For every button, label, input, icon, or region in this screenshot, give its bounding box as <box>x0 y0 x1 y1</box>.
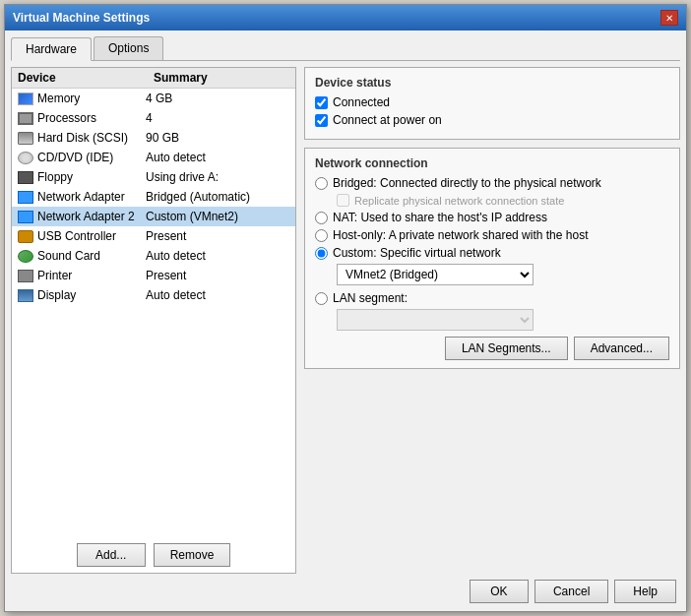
device-name: Memory <box>18 92 146 105</box>
title-bar: Virtual Machine Settings ✕ <box>5 5 686 31</box>
radio-nat-label: NAT: Used to share the host's IP address <box>333 211 547 224</box>
connected-label: Connected <box>333 95 390 109</box>
device-row[interactable]: USB Controller Present <box>12 226 295 246</box>
device-name-label: Printer <box>37 269 72 282</box>
device-summary: Using drive A: <box>146 170 289 184</box>
replicate-label: Replicate physical network connection st… <box>354 195 564 207</box>
device-name: Display <box>18 288 146 302</box>
device-name: CD/DVD (IDE) <box>18 151 146 164</box>
device-name: USB Controller <box>18 229 146 243</box>
radio-nat: NAT: Used to share the host's IP address <box>315 211 669 224</box>
device-row[interactable]: Memory 4 GB <box>12 89 295 108</box>
device-summary: Auto detect <box>146 249 289 263</box>
device-row[interactable]: CD/DVD (IDE) Auto detect <box>12 148 295 167</box>
device-summary: Bridged (Automatic) <box>146 190 289 204</box>
connected-checkbox[interactable] <box>315 96 328 109</box>
radio-nat-input[interactable] <box>315 212 328 224</box>
device-row[interactable]: Printer Present <box>12 266 295 285</box>
device-summary: Present <box>146 269 289 282</box>
processor-icon <box>18 112 33 125</box>
device-row[interactable]: Hard Disk (SCSI) 90 GB <box>12 128 295 148</box>
device-summary: 4 GB <box>146 92 289 105</box>
tab-hardware[interactable]: Hardware <box>11 37 92 61</box>
replicate-checkbox[interactable] <box>337 194 349 207</box>
device-row[interactable]: Display Auto detect <box>12 285 295 305</box>
device-summary: Auto detect <box>146 151 289 164</box>
device-row[interactable]: Processors 4 <box>12 108 295 128</box>
replicate-option: Replicate physical network connection st… <box>337 194 669 207</box>
radio-custom-label: Custom: Specific virtual network <box>333 246 501 260</box>
memory-icon <box>18 92 33 105</box>
device-summary: 4 <box>146 111 289 125</box>
device-row[interactable]: Sound Card Auto detect <box>12 246 295 266</box>
add-button[interactable]: Add... <box>77 543 146 567</box>
device-name-label: Processors <box>37 111 96 125</box>
network-connection-section: Network connection Bridged: Connected di… <box>304 148 680 369</box>
radio-custom-input[interactable] <box>315 247 328 260</box>
device-name: Network Adapter <box>18 190 146 204</box>
network-icon <box>18 191 33 204</box>
device-list-panel: Device Summary Memory 4 GB Processors 4 … <box>11 67 296 574</box>
disk-icon <box>18 132 33 145</box>
right-panel: Device status Connected Connect at power… <box>304 67 680 574</box>
device-bottom-buttons: Add... Remove <box>12 543 295 567</box>
display-icon <box>18 289 33 302</box>
device-name-label: Floppy <box>37 170 73 184</box>
device-name: Processors <box>18 111 146 125</box>
printer-icon <box>18 270 33 282</box>
window-title: Virtual Machine Settings <box>13 11 150 25</box>
device-status-title: Device status <box>315 76 669 90</box>
device-name-label: Hard Disk (SCSI) <box>37 131 128 145</box>
device-summary: 90 GB <box>146 131 289 145</box>
remove-button[interactable]: Remove <box>154 543 231 567</box>
device-row[interactable]: Floppy Using drive A: <box>12 167 295 187</box>
device-name: Sound Card <box>18 249 146 263</box>
custom-network-dropdown[interactable]: VMnet2 (Bridged)VMnet0VMnet1VMnet8 <box>337 264 534 285</box>
advanced-button[interactable]: Advanced... <box>574 337 669 360</box>
tab-options[interactable]: Options <box>94 36 163 60</box>
device-summary: Custom (VMnet2) <box>146 210 289 223</box>
footer-buttons: OK Cancel Help <box>11 574 680 605</box>
device-name-label: Network Adapter <box>37 190 125 204</box>
ok-button[interactable]: OK <box>470 580 529 603</box>
radio-custom: Custom: Specific virtual network <box>315 246 669 260</box>
connected-row: Connected <box>315 95 669 109</box>
connect-power-label: Connect at power on <box>333 113 442 127</box>
connect-power-row: Connect at power on <box>315 113 669 127</box>
device-summary: Auto detect <box>146 288 289 302</box>
cancel-button[interactable]: Cancel <box>534 580 608 603</box>
device-name-label: CD/DVD (IDE) <box>37 151 113 164</box>
device-name-label: Network Adapter 2 <box>37 210 135 223</box>
radio-hostonly: Host-only: A private network shared with… <box>315 228 669 242</box>
lan-segment-dropdown[interactable] <box>337 309 534 331</box>
device-name: Hard Disk (SCSI) <box>18 131 146 145</box>
radio-hostonly-input[interactable] <box>315 229 328 242</box>
device-row[interactable]: Network Adapter 2 Custom (VMnet2) <box>12 207 295 226</box>
radio-lan-input[interactable] <box>315 292 328 305</box>
col-device: Device <box>18 71 154 85</box>
network-icon <box>18 211 33 223</box>
radio-bridged: Bridged: Connected directly to the physi… <box>315 176 669 190</box>
lan-dropdown-row <box>337 309 669 331</box>
device-row[interactable]: Network Adapter Bridged (Automatic) <box>12 187 295 207</box>
connect-power-checkbox[interactable] <box>315 114 328 127</box>
custom-dropdown-row: VMnet2 (Bridged)VMnet0VMnet1VMnet8 <box>337 264 669 285</box>
help-button[interactable]: Help <box>614 580 676 603</box>
lan-segments-button[interactable]: LAN Segments... <box>445 337 568 360</box>
sound-icon <box>18 250 33 263</box>
device-name-label: Display <box>37 288 76 302</box>
window-body: Hardware Options Device Summary Memory 4… <box>5 31 686 611</box>
device-name-label: USB Controller <box>37 229 116 243</box>
radio-bridged-input[interactable] <box>315 177 328 190</box>
close-button[interactable]: ✕ <box>660 10 678 26</box>
virtual-machine-settings-window: Virtual Machine Settings ✕ Hardware Opti… <box>4 4 687 612</box>
col-summary: Summary <box>154 71 289 85</box>
content-area: Device Summary Memory 4 GB Processors 4 … <box>11 67 680 574</box>
floppy-icon <box>18 171 33 184</box>
network-title: Network connection <box>315 156 669 170</box>
device-name: Printer <box>18 269 146 282</box>
cdrom-icon <box>18 152 33 164</box>
radio-lan-label: LAN segment: <box>333 291 408 305</box>
radio-hostonly-label: Host-only: A private network shared with… <box>333 228 588 242</box>
device-name-label: Memory <box>37 92 80 105</box>
